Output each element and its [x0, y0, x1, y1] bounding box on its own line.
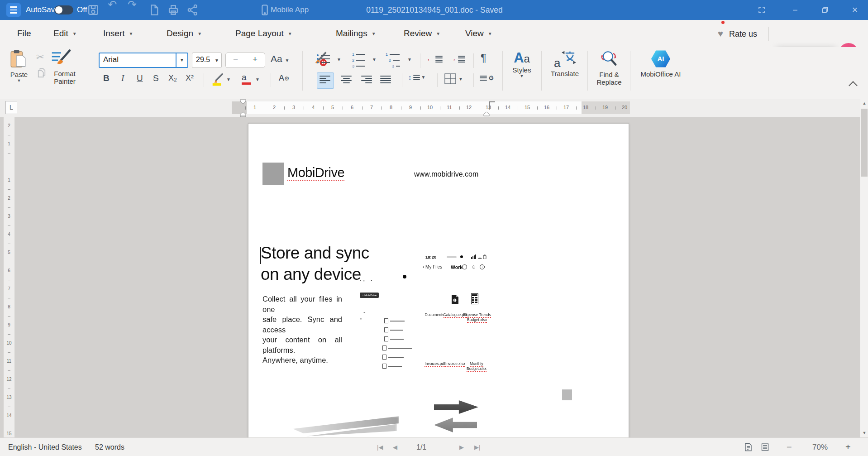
increase-indent-button[interactable]: →	[449, 54, 465, 64]
tab-stop-selector[interactable]: L	[5, 101, 17, 114]
web-layout-view-icon[interactable]	[761, 443, 769, 451]
mobioffice-ai-button[interactable]: AI MobiOffice AI	[637, 50, 684, 78]
styles-button[interactable]: Aa Styles ▼	[508, 50, 536, 78]
table-icon	[444, 73, 456, 84]
font-color-button[interactable]: a	[242, 72, 251, 85]
styles-icon: Aa	[508, 50, 536, 66]
align-justify-button[interactable]	[377, 72, 395, 89]
fullscreen-button[interactable]	[754, 3, 769, 17]
paste-button[interactable]: Paste ▼	[9, 50, 29, 83]
zoom-in-button[interactable]: +	[845, 438, 851, 456]
v-ruler-number: 2	[4, 196, 14, 201]
collapse-ribbon-chevron[interactable]	[849, 81, 858, 90]
vertical-scrollbar[interactable]: ▲ ▼	[860, 99, 868, 437]
hamburger-menu-button[interactable]	[6, 3, 21, 17]
font-settings-button[interactable]: A⚙	[279, 73, 290, 83]
previous-page-button[interactable]: ◀	[393, 438, 397, 456]
scan-file-list	[384, 318, 405, 346]
chevron-down-icon[interactable]: ▼	[176, 53, 187, 67]
line-spacing-button[interactable]: ↕ ▼	[408, 73, 425, 81]
scan-gray-square	[562, 389, 572, 400]
rate-us-button[interactable]: ♥ Rate us	[718, 20, 757, 47]
right-arrow-graphic	[434, 399, 478, 415]
redo-icon[interactable]: ↷	[128, 0, 137, 14]
print-icon[interactable]	[167, 4, 179, 16]
document-page[interactable]: MobiDrive www.mobidrive.com Store and sy…	[248, 123, 629, 437]
numbered-list-button[interactable]: 1 2 3	[352, 52, 368, 70]
vertical-ruler[interactable]: 21123456789101112131415	[4, 117, 15, 437]
decrease-indent-button[interactable]: ←	[426, 54, 443, 64]
zoom-level: 70%	[812, 438, 828, 456]
italic-button[interactable]: I	[121, 73, 124, 83]
align-right-button[interactable]	[358, 72, 375, 89]
font-name-combobox[interactable]: Arial ▼	[99, 53, 188, 68]
ruler-row: L 1234567891011121314151617181920	[0, 99, 868, 117]
word-count[interactable]: 52 words	[95, 438, 124, 456]
align-left-button[interactable]	[317, 72, 334, 89]
document-body-text[interactable]: Collect all your files in one safe place…	[262, 294, 342, 365]
align-center-button[interactable]	[338, 72, 355, 89]
strikethrough-button[interactable]: S	[153, 73, 159, 83]
cut-icon[interactable]: ✂	[36, 52, 44, 62]
menu-file[interactable]: File	[17, 20, 31, 47]
maximize-button[interactable]	[817, 3, 833, 17]
format-painter-button[interactable]: FormatPainter	[51, 49, 79, 85]
paragraph-marks-button[interactable]: ¶	[481, 52, 486, 64]
subscript-button[interactable]: X₂	[168, 73, 177, 83]
last-page-button[interactable]: ▶|	[474, 438, 480, 456]
menu-page-layout[interactable]: Page Layout▼	[235, 20, 292, 47]
scan-badge: ⌂ MobiDrive	[360, 293, 379, 298]
language-indicator[interactable]: English - United States	[8, 438, 82, 456]
translate-button[interactable]: a Translate	[546, 50, 584, 77]
change-case-button[interactable]: Aa ▼	[271, 53, 289, 64]
left-arrow-icon: ←	[426, 54, 434, 63]
new-document-icon[interactable]	[148, 4, 160, 16]
chevron-down-icon[interactable]: ▼	[407, 57, 412, 62]
minimize-button[interactable]	[787, 3, 803, 17]
underline-button[interactable]: U	[137, 73, 143, 83]
decrease-font-size-button[interactable]: −	[233, 54, 238, 64]
menu-review[interactable]: Review▼	[404, 20, 440, 47]
document-heading[interactable]: Store and sync on any device	[261, 242, 369, 285]
increase-font-size-button[interactable]: +	[253, 54, 258, 64]
chevron-down-icon[interactable]: ▼	[372, 57, 377, 62]
multilevel-list-button[interactable]: 1 2 3	[386, 52, 404, 70]
share-icon[interactable]	[187, 4, 199, 16]
menu-insert[interactable]: Insert▼	[103, 20, 133, 47]
chevron-down-icon: ▼	[288, 31, 292, 36]
v-ruler-number: 13	[4, 395, 14, 400]
superscript-button[interactable]: X²	[186, 73, 194, 83]
right-indent-marker[interactable]	[483, 111, 490, 117]
horizontal-ruler[interactable]: 1234567891011121314151617181920	[232, 101, 630, 114]
website-url[interactable]: www.mobidrive.com	[414, 170, 478, 178]
chevron-down-icon[interactable]: ▼	[226, 77, 231, 82]
v-ruler-number: 4	[4, 232, 14, 237]
highlight-color-button[interactable]	[211, 72, 224, 88]
scroll-up-arrow[interactable]: ▲	[860, 100, 868, 107]
menu-view[interactable]: View▼	[465, 20, 492, 47]
autosave-toggle[interactable]	[54, 5, 73, 14]
bold-button[interactable]: B	[103, 73, 110, 83]
print-layout-view-icon[interactable]	[744, 443, 752, 451]
chevron-down-icon[interactable]: ▼	[255, 77, 260, 82]
bullet-list-button[interactable]	[317, 53, 332, 65]
table-button[interactable]: ▼	[444, 73, 463, 84]
next-page-button[interactable]: ▶	[459, 438, 464, 456]
first-line-indent-marker[interactable]	[240, 99, 246, 104]
scroll-down-arrow[interactable]: ▼	[860, 429, 868, 437]
chevron-down-icon[interactable]: ▼	[337, 57, 341, 62]
menu-mailings[interactable]: Mailings▼	[336, 20, 376, 47]
paragraph-settings-button[interactable]: ⚙	[480, 74, 494, 82]
menu-edit[interactable]: Edit▼	[53, 20, 77, 47]
find-replace-button[interactable]: Find &Replace	[592, 50, 626, 86]
zoom-out-button[interactable]: −	[787, 438, 792, 456]
copy-icon[interactable]	[37, 68, 46, 80]
brand-title[interactable]: MobiDrive	[287, 165, 344, 180]
font-size-combobox[interactable]: 29.5 ▼	[192, 53, 222, 68]
close-button[interactable]: ×	[847, 3, 863, 17]
first-page-button[interactable]: |◀	[377, 438, 383, 456]
scrollbar-thumb[interactable]	[861, 109, 868, 177]
undo-icon[interactable]: ↶	[108, 0, 117, 14]
menu-design[interactable]: Design▼	[167, 20, 202, 47]
save-icon[interactable]	[87, 4, 99, 16]
